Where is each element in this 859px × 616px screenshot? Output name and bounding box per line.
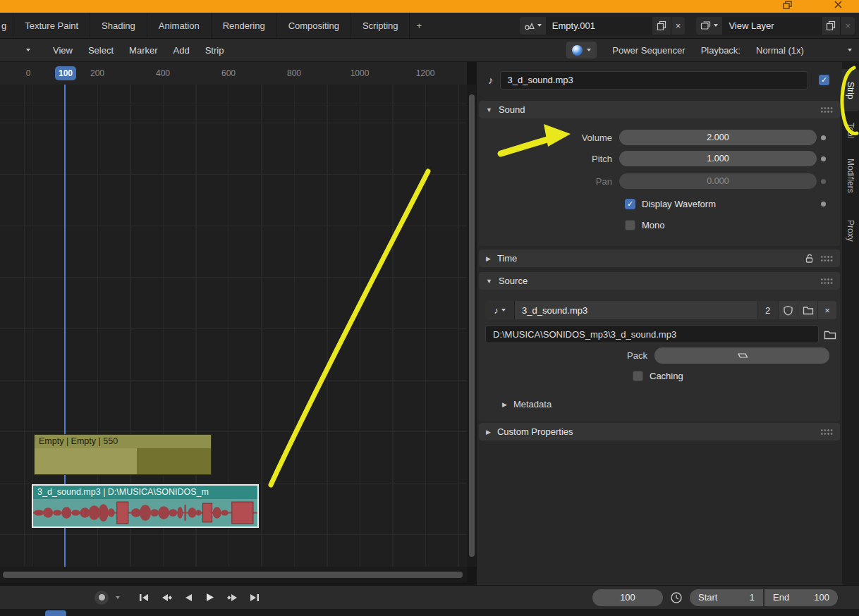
footer-right-cluster: 100 Start 1 End 100: [592, 589, 859, 606]
sound-strip-selected[interactable]: 3_d_sound.mp3 | D:\MUSICA\SONIDOS_m: [32, 484, 259, 528]
ruler-tick: 800: [276, 68, 312, 78]
menu-view[interactable]: View: [45, 45, 80, 56]
blender-window: g Texture Paint Shading Animation Render…: [0, 0, 859, 616]
mono-row: Mono: [625, 220, 665, 230]
clock-icon[interactable]: [670, 591, 683, 604]
timeline-ruler[interactable]: 0 200 400 600 800 1000 1200 100: [0, 62, 467, 85]
panel-grip-icon[interactable]: [820, 278, 833, 285]
strip-name-field[interactable]: 3_d_sound.mp3: [500, 71, 809, 90]
sidebar-tab-strip[interactable]: Strip: [842, 69, 859, 111]
power-sequencer-menu[interactable]: Power Sequencer: [612, 45, 685, 56]
editor-type-dropdown[interactable]: [21, 46, 35, 54]
chevron-down-icon: [501, 309, 506, 312]
pack-button[interactable]: [654, 347, 829, 364]
play-reverse-button[interactable]: [179, 590, 197, 605]
window-close-icon[interactable]: [834, 1, 843, 9]
metadata-label: Metadata: [513, 399, 552, 409]
current-frame-indicator[interactable]: 100: [55, 66, 76, 80]
unlink-scene-button[interactable]: ×: [671, 17, 686, 35]
section-header-time[interactable]: ▶ Time: [479, 250, 840, 267]
jump-to-end-button[interactable]: [245, 590, 263, 605]
ruler-tick: 200: [80, 68, 115, 78]
remove-view-layer-button[interactable]: ×: [840, 17, 855, 35]
caching-checkbox[interactable]: [633, 371, 643, 381]
workspace-tab-shading[interactable]: Shading: [90, 13, 147, 38]
end-frame-field[interactable]: End 100: [764, 589, 838, 606]
metadata-subpanel[interactable]: ▶ Metadata: [502, 399, 552, 409]
start-frame-field[interactable]: Start 1: [690, 589, 763, 606]
menu-add[interactable]: Add: [166, 45, 197, 56]
vertical-scrollbar: [467, 85, 477, 567]
panel-grip-icon[interactable]: [820, 106, 833, 113]
datablock-users-button[interactable]: 2: [757, 301, 779, 319]
sidebar-tab-proxy[interactable]: Proxy: [842, 211, 859, 250]
strip-enable-checkbox[interactable]: ✓: [819, 75, 829, 85]
collapse-triangle-icon: ▼: [486, 106, 492, 113]
new-view-layer-button[interactable]: [821, 17, 840, 35]
sidebar-tab-tool[interactable]: Tool: [842, 117, 859, 144]
vertical-scrollbar-thumb[interactable]: [469, 94, 475, 557]
start-value: 1: [750, 592, 755, 603]
workspace-tab-partial[interactable]: g: [0, 13, 13, 38]
strip-label: Empty | Empty | 550: [35, 435, 211, 448]
fake-user-button[interactable]: [779, 301, 798, 319]
workspace-tab-texture-paint[interactable]: Texture Paint: [13, 13, 90, 38]
unlink-datablock-button[interactable]: ×: [818, 301, 836, 319]
open-file-button[interactable]: [798, 301, 818, 319]
current-frame-field[interactable]: 100: [592, 589, 663, 606]
animate-dot-pan[interactable]: [821, 179, 826, 184]
lower-editor-edge: [0, 609, 859, 616]
animate-dot-waveform[interactable]: [821, 202, 826, 207]
datablock-name-field[interactable]: 3_d_sound.mp3: [515, 301, 757, 319]
meta-strip-empty[interactable]: Empty | Empty | 550: [34, 434, 212, 475]
display-mode-dropdown[interactable]: [566, 42, 597, 58]
section-header-custom-properties[interactable]: ▶ Custom Properties: [479, 423, 840, 441]
panel-grip-icon[interactable]: [820, 429, 833, 436]
datablock-browse-button[interactable]: ♪: [485, 301, 515, 319]
menu-marker[interactable]: Marker: [121, 45, 165, 56]
auto-keying-button[interactable]: [95, 591, 109, 605]
workspace-tab-animation[interactable]: Animation: [147, 13, 212, 38]
play-button[interactable]: [201, 590, 219, 605]
playback-speed-dropdown[interactable]: Normal (1x): [756, 45, 852, 56]
scene-name-field[interactable]: Empty.001: [546, 17, 652, 35]
view-layer-name-field[interactable]: View Layer: [722, 17, 821, 35]
mono-checkbox[interactable]: [625, 220, 635, 230]
workspace-tab-rendering[interactable]: Rendering: [212, 13, 277, 38]
chevron-down-icon[interactable]: [116, 596, 120, 599]
lock-open-icon[interactable]: [804, 253, 815, 264]
sidebar-tab-modifiers[interactable]: Modifiers: [842, 149, 859, 202]
animate-dot-pitch[interactable]: [821, 156, 826, 161]
filepath-field[interactable]: D:\MUSICA\SONIDOS_mp3\3_d_sound.mp3: [485, 325, 819, 343]
workspace-tab-compositing[interactable]: Compositing: [277, 13, 351, 38]
menu-strip[interactable]: Strip: [197, 45, 232, 56]
next-keyframe-button[interactable]: [223, 590, 241, 605]
horizontal-scrollbar-thumb[interactable]: [3, 572, 463, 578]
scene-browse-button[interactable]: [520, 17, 546, 35]
animate-dot-volume[interactable]: [821, 135, 826, 140]
shield-icon: [783, 305, 793, 316]
section-header-source[interactable]: ▼ Source: [479, 272, 840, 290]
volume-field[interactable]: 2.000: [619, 130, 817, 145]
panel-grip-icon[interactable]: [820, 255, 833, 262]
waveform: [33, 499, 257, 526]
transport-controls: [135, 590, 263, 605]
pan-field[interactable]: 0.000: [619, 173, 817, 189]
waveform-graphic: [33, 499, 257, 526]
view-layer-browse-button[interactable]: [696, 17, 722, 35]
display-waveform-checkbox[interactable]: ✓: [625, 199, 635, 209]
new-scene-button[interactable]: [652, 17, 671, 35]
ruler-tick: 1000: [342, 68, 377, 78]
strip-content-region: [35, 448, 137, 474]
add-workspace-icon[interactable]: +: [410, 13, 428, 38]
prev-keyframe-button[interactable]: [157, 590, 176, 605]
jump-to-start-button[interactable]: [135, 590, 154, 605]
window-restore-icon[interactable]: [783, 1, 793, 9]
section-header-sound[interactable]: ▼ Sound: [479, 101, 840, 118]
strip-name-row: ♪ 3_d_sound.mp3 ✓: [488, 70, 834, 90]
playback-popover[interactable]: Playback:: [701, 45, 741, 56]
pitch-field[interactable]: 1.000: [619, 151, 817, 166]
browse-folder-icon[interactable]: [824, 329, 836, 340]
workspace-tab-scripting[interactable]: Scripting: [351, 13, 410, 38]
menu-select[interactable]: Select: [80, 45, 121, 56]
